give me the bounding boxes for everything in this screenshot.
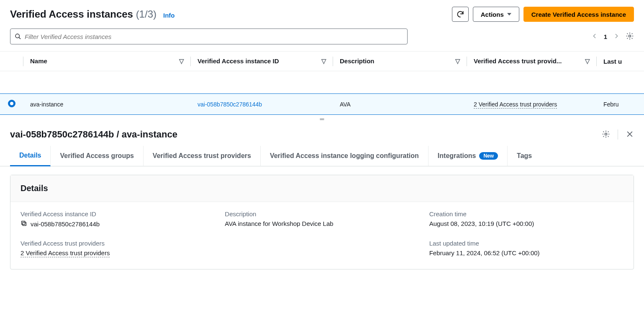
info-link[interactable]: Info [163,12,175,19]
filter-icon[interactable]: ▽ [455,57,460,65]
trust-providers-link[interactable]: 2 Verified Access trust providers [21,249,110,257]
detail-title: vai-058b7850c2786144b / ava-instance [10,129,177,140]
cell-name: ava-instance [23,94,191,115]
instance-id-link[interactable]: vai-058b7850c2786144b [198,101,262,108]
table-row[interactable]: ava-instance vai-058b7850c2786144b AVA 2… [0,94,644,115]
pager-next[interactable] [613,33,620,41]
create-instance-button[interactable]: Create Verified Access instance [523,7,634,22]
svg-point-0 [15,34,19,38]
tab-groups[interactable]: Verified Access groups [51,146,143,166]
col-name[interactable]: Name▽ [23,52,191,71]
field-label: Creation time [429,210,623,217]
col-desc[interactable]: Description▽ [333,52,467,71]
gear-icon [626,32,634,40]
filter-icon[interactable]: ▽ [585,57,590,65]
tab-integrations[interactable]: Integrations New [428,146,508,166]
row-radio[interactable] [8,100,15,107]
actions-button[interactable]: Actions [473,7,519,22]
field-label: Last updated time [429,240,623,247]
caret-down-icon [507,13,511,16]
svg-point-2 [605,133,607,135]
copy-button[interactable] [21,220,27,228]
pager-current: 1 [604,33,607,40]
cell-id: vai-058b7850c2786144b [191,94,333,115]
field-label: Description [225,210,419,217]
table-settings-button[interactable] [626,32,634,41]
search-input[interactable] [25,33,403,40]
svg-rect-3 [23,222,26,225]
field-value-desc: AVA instance for Workshop Device Lab [225,220,419,227]
cell-trust: 2 Verified Access trust providers [467,94,597,115]
field-value-trust: 2 Verified Access trust providers [21,249,215,257]
tab-trust-providers[interactable]: Verified Access trust providers [144,146,261,166]
tab-logging[interactable]: Verified Access instance logging configu… [261,146,428,166]
refresh-button[interactable] [452,7,469,22]
split-drag-handle[interactable]: ═ [0,115,644,123]
col-trust[interactable]: Verified Access trust provid...▽ [467,52,597,71]
pager: 1 [591,32,634,41]
search-icon [15,33,21,40]
trust-providers-link[interactable]: 2 Verified Access trust providers [474,101,557,109]
cell-desc: AVA [333,94,467,115]
tab-details[interactable]: Details [10,146,51,166]
tab-tags[interactable]: Tags [508,146,541,166]
pager-prev[interactable] [591,33,598,41]
new-badge: New [479,152,498,160]
filter-icon[interactable]: ▽ [179,57,184,65]
col-id[interactable]: Verified Access instance ID▽ [191,52,333,71]
detail-tabs: Details Verified Access groups Verified … [0,146,644,166]
svg-rect-4 [22,221,25,225]
svg-point-1 [629,35,631,37]
search-wrap[interactable] [10,28,408,44]
field-label: Verified Access trust providers [21,240,215,247]
detail-settings-button[interactable] [602,130,610,140]
page-title: Verified Access instances (1/3) [10,8,157,20]
close-icon [626,130,634,138]
gear-icon [602,130,610,138]
field-value-updated: February 11, 2024, 06:52 (UTC +00:00) [429,249,623,256]
field-value-created: August 08, 2023, 10:19 (UTC +00:00) [429,220,623,227]
panel-title: Details [21,184,623,193]
page-title-count: (1/3) [136,8,157,20]
filter-icon[interactable]: ▽ [321,57,326,65]
chevron-right-icon [613,33,620,39]
chevron-left-icon [591,33,598,39]
refresh-icon [456,10,464,18]
copy-icon [21,220,27,227]
table-header-row: Name▽ Verified Access instance ID▽ Descr… [0,52,644,71]
field-label: Verified Access instance ID [21,210,215,217]
field-value-id: vai-058b7850c2786144b [21,220,215,228]
cell-last: Febru [597,94,644,115]
col-last[interactable]: Last u [597,52,644,71]
detail-close-button[interactable] [626,130,634,140]
details-panel: Details Verified Access instance ID vai-… [10,175,634,269]
